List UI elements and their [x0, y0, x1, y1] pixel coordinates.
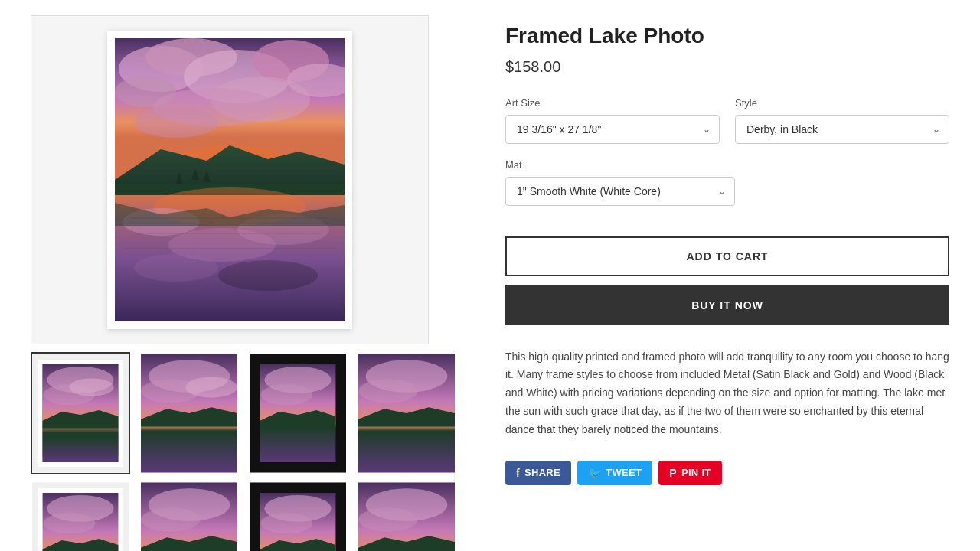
size-style-row: Art Size 19 3/16" x 27 1/8" 12" x 17" 16… — [505, 97, 949, 144]
svg-point-65 — [261, 513, 313, 533]
twitter-tweet-button[interactable]: 🐦 TWEET — [577, 461, 652, 485]
svg-point-40 — [185, 377, 237, 398]
thumbnail-7[interactable] — [248, 481, 348, 551]
facebook-icon: f — [516, 467, 520, 479]
svg-point-35 — [69, 378, 113, 396]
style-label: Style — [735, 97, 949, 109]
svg-point-9 — [134, 107, 218, 138]
social-buttons: f SHARE 🐦 TWEET P PIN IT — [505, 461, 949, 485]
product-title: Framed Lake Photo — [505, 23, 949, 49]
svg-point-46 — [261, 384, 313, 405]
thumbnail-4[interactable] — [357, 352, 456, 474]
mat-select[interactable]: 1" Smooth White (White Core) No Mat 2" S… — [505, 177, 735, 206]
twitter-label: TWEET — [606, 467, 642, 478]
style-select[interactable]: Derby, in Black Derby, in White Metal, S… — [735, 115, 949, 144]
art-size-select[interactable]: 19 3/16" x 27 1/8" 12" x 17" 16" x 22" 2… — [505, 115, 720, 144]
main-product-image — [115, 38, 345, 321]
art-size-group: Art Size 19 3/16" x 27 1/8" 12" x 17" 16… — [505, 97, 720, 144]
pinterest-pin-button[interactable]: P PIN IT — [658, 461, 721, 485]
mat-label: Mat — [505, 159, 735, 171]
thumbnail-5[interactable] — [31, 481, 130, 551]
buy-now-button[interactable]: BUY IT NOW — [505, 285, 949, 325]
product-description: This high quality printed and framed pho… — [505, 348, 949, 439]
pinterest-icon: P — [669, 467, 677, 479]
thumbnail-3[interactable] — [248, 352, 348, 474]
svg-point-56 — [44, 513, 96, 533]
style-group: Style Derby, in Black Derby, in White Me… — [735, 97, 949, 144]
style-select-wrapper: Derby, in Black Derby, in White Metal, S… — [735, 115, 949, 144]
svg-point-69 — [358, 507, 418, 531]
pinterest-label: PIN IT — [681, 467, 711, 478]
main-image-frame — [107, 31, 352, 329]
art-size-select-wrapper: 19 3/16" x 27 1/8" 12" x 17" 16" x 22" 2… — [505, 115, 720, 144]
left-column — [31, 15, 459, 551]
mat-row: Mat 1" Smooth White (White Core) No Mat … — [505, 159, 949, 206]
art-size-label: Art Size — [505, 97, 720, 109]
mat-select-wrapper: 1" Smooth White (White Core) No Mat 2" S… — [505, 177, 735, 206]
facebook-share-button[interactable]: f SHARE — [505, 461, 571, 485]
mat-group: Mat 1" Smooth White (White Core) No Mat … — [505, 159, 735, 206]
add-to-cart-button[interactable]: ADD TO CART — [505, 236, 949, 276]
svg-point-23 — [218, 260, 318, 291]
product-price: $158.00 — [505, 58, 949, 76]
thumbnail-8[interactable] — [357, 481, 456, 551]
twitter-icon: 🐦 — [588, 467, 601, 479]
facebook-label: SHARE — [524, 467, 560, 478]
thumbnail-1[interactable] — [31, 352, 130, 474]
thumbnail-2[interactable] — [139, 352, 239, 474]
svg-point-50 — [358, 379, 418, 403]
svg-point-22 — [134, 254, 218, 282]
svg-point-60 — [141, 507, 201, 531]
main-image-container — [31, 15, 429, 344]
thumbnails-grid — [31, 352, 459, 551]
thumbnail-6[interactable] — [139, 481, 239, 551]
right-column: Framed Lake Photo $158.00 Art Size 19 3/… — [505, 15, 949, 551]
page-container: Framed Lake Photo $158.00 Art Size 19 3/… — [0, 0, 980, 551]
